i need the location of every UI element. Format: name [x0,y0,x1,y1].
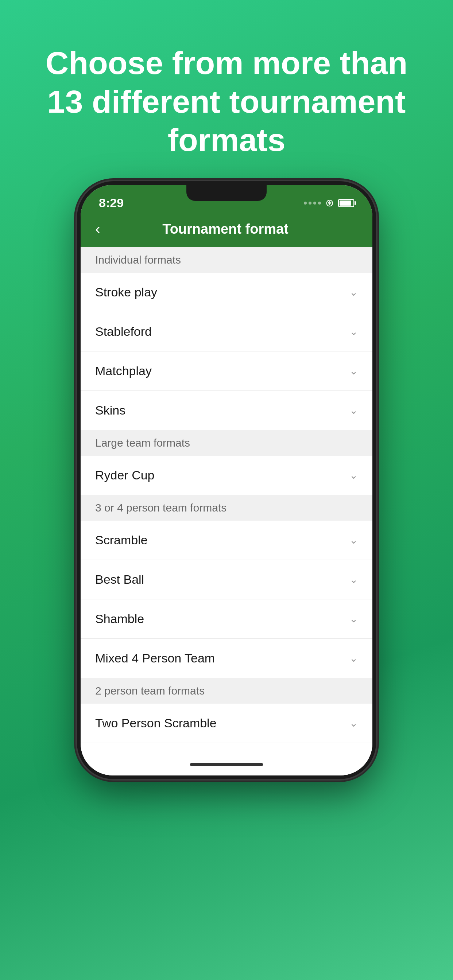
list-item-mixed-4-person[interactable]: Mixed 4 Person Team ⌄ [81,639,372,678]
signal-dot-3 [313,202,316,205]
section-header-individual: Individual formats [81,247,372,273]
chevron-down-icon-stableford: ⌄ [349,326,358,337]
status-time: 8:29 [99,196,124,210]
chevron-down-icon-two-person-scramble: ⌄ [349,717,358,729]
list-item-label-ryder-cup: Ryder Cup [95,468,155,482]
notch [187,185,266,201]
content-list: Individual formats Stroke play ⌄ Stablef… [81,247,372,754]
list-item-scramble[interactable]: Scramble ⌄ [81,520,372,560]
list-item-label-scramble: Scramble [95,533,148,547]
home-bar [190,763,263,766]
section-header-text-large-team: Large team formats [95,437,190,449]
section-header-text-2-person: 2 person team formats [95,685,205,697]
status-icons: ⊛ [304,197,354,209]
chevron-down-icon-shamble: ⌄ [349,613,358,625]
chevron-down-icon-best-ball: ⌄ [349,573,358,585]
phone-screen: 8:29 ⊛ ‹ Tournament forma [81,185,372,775]
wifi-icon: ⊛ [325,197,334,209]
home-indicator [81,754,372,775]
list-item-shamble[interactable]: Shamble ⌄ [81,600,372,639]
section-header-text-3-4-team: 3 or 4 person team formats [95,502,226,514]
list-item-label-mixed-4-person: Mixed 4 Person Team [95,651,215,665]
chevron-down-icon-scramble: ⌄ [349,534,358,546]
list-item-label-best-ball: Best Ball [95,573,144,587]
battery-icon [338,199,354,207]
list-item-ryder-cup[interactable]: Ryder Cup ⌄ [81,456,372,495]
battery-fill [340,200,351,205]
chevron-down-icon-skins: ⌄ [349,404,358,416]
page-title: Choose from more than 13 different tourn… [29,44,424,159]
signal-dot-4 [318,202,321,205]
signal-dot-2 [309,202,311,205]
chevron-down-icon-mixed-4-person: ⌄ [349,652,358,664]
list-item-label-shamble: Shamble [95,612,144,626]
chevron-down-icon-stroke-play: ⌄ [349,286,358,298]
chevron-down-icon-ryder-cup: ⌄ [349,469,358,481]
page-header: Choose from more than 13 different tourn… [0,0,453,181]
list-item-label-stroke-play: Stroke play [95,285,157,299]
section-header-text-individual: Individual formats [95,254,181,266]
list-item-label-skins: Skins [95,403,126,417]
list-item-two-person-scramble[interactable]: Two Person Scramble ⌄ [81,704,372,743]
nav-title: Tournament format [108,221,343,237]
list-item-skins[interactable]: Skins ⌄ [81,391,372,430]
list-item-stroke-play[interactable]: Stroke play ⌄ [81,273,372,312]
nav-bar: ‹ Tournament format [81,214,372,247]
signal-icon [304,202,321,205]
list-item-label-two-person-scramble: Two Person Scramble [95,716,217,730]
list-item-label-stableford: Stableford [95,325,152,339]
signal-dot-1 [304,202,307,205]
phone-device: 8:29 ⊛ ‹ Tournament forma [77,181,376,779]
list-item-stableford[interactable]: Stableford ⌄ [81,312,372,352]
section-header-large-team: Large team formats [81,430,372,456]
back-button[interactable]: ‹ [95,221,100,237]
section-header-2-person: 2 person team formats [81,678,372,704]
list-item-matchplay[interactable]: Matchplay ⌄ [81,352,372,391]
list-item-best-ball[interactable]: Best Ball ⌄ [81,560,372,600]
section-header-3-4-team: 3 or 4 person team formats [81,495,372,520]
phone-wrapper: 8:29 ⊛ ‹ Tournament forma [70,181,383,980]
list-item-label-matchplay: Matchplay [95,364,152,378]
chevron-down-icon-matchplay: ⌄ [349,365,358,377]
